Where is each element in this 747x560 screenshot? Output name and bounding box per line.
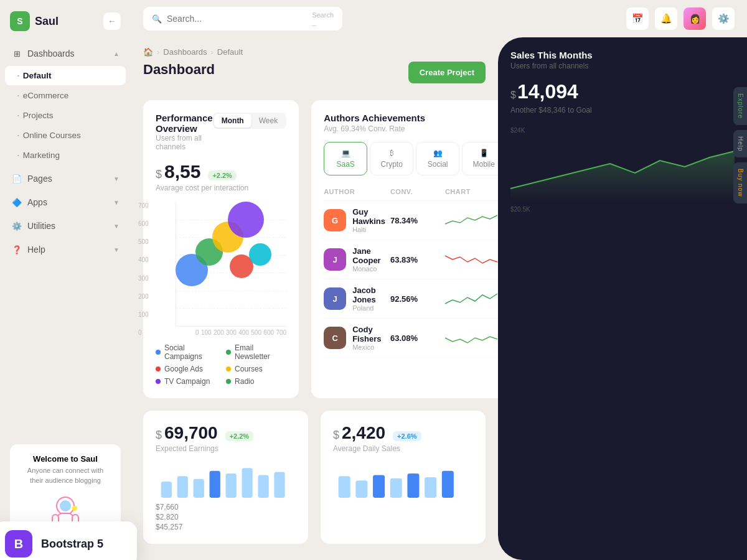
bootstrap-overlay: B Bootstrap 5 — [0, 521, 137, 560]
sidebar-item-utilities[interactable]: ⚙️ Utilities ▼ — [5, 215, 126, 237]
authors-card: Authors Achievements Avg. 69.34% Conv. R… — [311, 100, 498, 398]
bootstrap-label: Bootstrap 5 — [41, 538, 103, 551]
settings-button[interactable]: ⚙️ — [712, 7, 735, 30]
calendar-button[interactable]: 📅 — [626, 7, 649, 30]
col-author: Author — [324, 188, 385, 195]
sidebar-item-projects[interactable]: Projects — [5, 106, 126, 125]
y-label-20k: $20.5K — [510, 206, 530, 213]
pages-icon: 📄 — [11, 173, 22, 184]
social-tab-icon: 👥 — [433, 149, 443, 157]
sidebar-item-dashboards[interactable]: ⊞ Dashboards ▲ — [5, 42, 126, 65]
apps-label: Apps — [27, 197, 47, 207]
author-country-3: Poland — [352, 304, 385, 312]
buy-label[interactable]: Buy now — [733, 162, 747, 203]
author-conv-2: 63.83% — [390, 255, 440, 264]
sales-value: 2,420 — [342, 423, 385, 443]
legend-courses-label: Courses — [235, 365, 263, 373]
svg-rect-13 — [242, 468, 252, 498]
authors-title: Authors Achievements — [324, 113, 498, 123]
svg-rect-20 — [407, 474, 419, 498]
x-axis-labels: 0100200300400500600700 — [176, 327, 286, 336]
bubble-courses — [249, 243, 271, 266]
legend-email-dot — [226, 350, 231, 355]
table-row: C Cody Fishers Mexico 63.08% — [324, 319, 498, 358]
legend-social-dot — [156, 350, 161, 355]
svg-rect-12 — [226, 474, 237, 498]
mini-chart-2 — [445, 250, 498, 269]
svg-point-7 — [72, 506, 77, 511]
legend-google: Google Ads — [156, 365, 216, 373]
legend-email-label: Email Newsletter — [235, 343, 286, 361]
mobile-tab-icon: 📱 — [479, 149, 489, 157]
author-avatar-1: G — [324, 209, 346, 231]
legend-radio-label: Radio — [235, 377, 254, 386]
ecommerce-label: eCommerce — [23, 91, 69, 100]
crypto-tab-label: Crypto — [381, 160, 403, 169]
apps-chevron: ▼ — [113, 199, 120, 206]
sidebar-back-button[interactable]: ← — [103, 12, 121, 30]
tab-mobile[interactable]: 📱 Mobile — [462, 142, 498, 175]
breadcrumb-dashboards[interactable]: Dashboards — [163, 47, 207, 57]
legend-tv-label: TV Campaign — [164, 377, 210, 386]
table-row: J Jacob Jones Poland 92.56% — [324, 279, 498, 319]
online-courses-label: Online Courses — [23, 131, 81, 140]
svg-rect-17 — [355, 480, 367, 498]
sales-month-card: Sales This Months Users from all channel… — [510, 50, 735, 213]
mobile-tab-label: Mobile — [472, 160, 494, 169]
saas-tab-icon: 💻 — [341, 149, 350, 157]
sidebar-item-marketing[interactable]: Marketing — [5, 146, 126, 165]
earnings-value: 69,700 — [164, 423, 218, 443]
legend-radio-dot — [226, 379, 231, 384]
utilities-icon: ⚙️ — [11, 220, 22, 231]
svg-rect-15 — [274, 472, 284, 498]
y-axis-labels: 7006005004003002001000 — [138, 202, 149, 336]
sales-dollar: $ — [333, 429, 339, 442]
earnings-card: $ 69,700 +2.2% Expected Earnings — [143, 411, 308, 544]
author-info-4: C Cody Fishers Mexico — [324, 325, 385, 351]
author-info-3: J Jacob Jones Poland — [324, 286, 385, 312]
author-conv-1: 78.34% — [390, 216, 440, 225]
earnings-label: Expected Earnings — [156, 444, 296, 453]
chevron-icon: ▲ — [113, 50, 120, 57]
mini-chart-3 — [445, 289, 498, 308]
sales-label: Average Daily Sales — [333, 444, 473, 453]
user-avatar[interactable]: 👩 — [684, 7, 706, 30]
right-panel: Sales This Months Users from all channel… — [498, 37, 747, 560]
legend-social-label: Social Campaigns — [164, 343, 216, 361]
bootstrap-icon: B — [5, 530, 32, 558]
month-toggle[interactable]: Month — [214, 114, 251, 128]
tab-saas[interactable]: 💻 SaaS — [324, 142, 367, 175]
sidebar-item-help[interactable]: ❓ Help ▼ — [5, 238, 126, 261]
performance-card: Performance Overview Users from all chan… — [143, 100, 299, 398]
page-title: Dashboard — [143, 62, 215, 78]
app-logo: S Saul — [10, 11, 59, 31]
sidebar-item-online-courses[interactable]: Online Courses — [5, 126, 126, 145]
breadcrumb-home-icon: 🏠 — [143, 47, 153, 57]
sidebar-item-apps[interactable]: 🔷 Apps ▼ — [5, 191, 126, 213]
sidebar-item-default[interactable]: Default — [5, 66, 126, 85]
right-action-panel: Explore Help Buy now — [733, 87, 747, 203]
earnings-item-2: $2,820 — [156, 513, 296, 521]
pages-label: Pages — [27, 174, 52, 184]
help-label[interactable]: Help — [733, 130, 747, 158]
perf-badge: +2.2% — [208, 170, 237, 180]
legend-google-label: Google Ads — [164, 365, 203, 373]
notifications-button[interactable]: 🔔 — [655, 7, 677, 30]
utilities-chevron: ▼ — [113, 223, 120, 230]
svg-rect-18 — [373, 475, 385, 498]
tab-crypto[interactable]: ₿ Crypto — [370, 142, 413, 175]
sales-big-value: 14,094 — [517, 80, 578, 103]
search-input[interactable] — [167, 14, 307, 24]
create-project-button[interactable]: Create Project — [408, 62, 486, 83]
welcome-description: Anyone can connect with their audience b… — [20, 466, 111, 485]
saas-tab-label: SaaS — [336, 160, 354, 169]
week-toggle[interactable]: Week — [251, 114, 285, 128]
sidebar-item-pages[interactable]: 📄 Pages ▼ — [5, 167, 126, 190]
chart-legend: Social Campaigns Email Newsletter Google… — [156, 343, 286, 386]
tab-social[interactable]: 👥 Social — [416, 142, 459, 175]
explore-label[interactable]: Explore — [733, 87, 747, 125]
dashboards-icon: ⊞ — [11, 48, 22, 59]
perf-value: 8,55 — [164, 161, 200, 182]
sidebar-item-ecommerce[interactable]: eCommerce — [5, 86, 126, 105]
search-box[interactable]: 🔍 Search _ — [143, 7, 342, 30]
